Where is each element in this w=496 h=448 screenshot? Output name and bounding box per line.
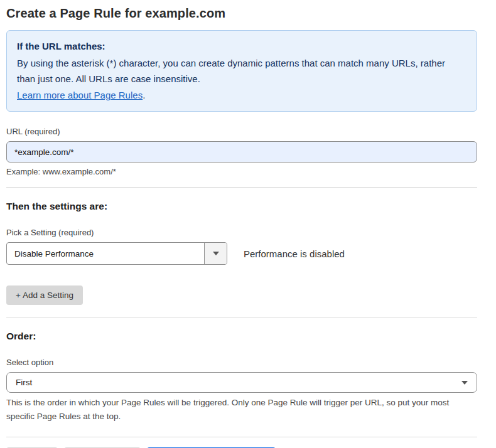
order-hint-text: This is the order in which your Page Rul… — [6, 396, 476, 424]
url-match-info-box: If the URL matches: By using the asteris… — [6, 30, 477, 112]
divider — [6, 437, 477, 437]
divider — [6, 187, 477, 188]
learn-more-link[interactable]: Learn more about Page Rules — [17, 90, 143, 100]
chevron-down-icon — [461, 381, 468, 385]
setting-dropdown-value: Disable Performance — [7, 243, 204, 264]
setting-dropdown-arrow-button[interactable] — [204, 243, 227, 264]
order-select[interactable]: First — [6, 372, 477, 393]
url-input[interactable] — [6, 141, 477, 163]
url-example-hint: Example: www.example.com/* — [6, 167, 477, 176]
chevron-down-icon — [213, 252, 219, 255]
divider — [6, 317, 477, 317]
setting-status-text: Performance is disabled — [244, 248, 345, 259]
setting-dropdown[interactable]: Disable Performance — [6, 242, 227, 265]
page-title: Create a Page Rule for example.com — [6, 6, 477, 21]
settings-section-heading: Then the settings are: — [6, 201, 477, 212]
setting-row: Disable Performance Performance is disab… — [6, 242, 477, 265]
pick-setting-label: Pick a Setting (required) — [6, 228, 477, 237]
url-section: URL (required) Example: www.example.com/… — [6, 127, 477, 176]
url-label: URL (required) — [6, 127, 477, 136]
order-section-heading: Order: — [6, 331, 477, 342]
link-suffix: . — [143, 90, 145, 100]
info-link-line: Learn more about Page Rules. — [17, 87, 466, 103]
add-setting-button[interactable]: + Add a Setting — [6, 285, 83, 305]
info-box-body: By using the asterisk (*) character, you… — [17, 55, 456, 87]
create-page-rule-form: Create a Page Rule for example.com If th… — [0, 0, 496, 448]
order-select-label: Select option — [6, 358, 477, 367]
order-select-value: First — [16, 378, 32, 387]
info-box-heading: If the URL matches: — [17, 38, 466, 54]
